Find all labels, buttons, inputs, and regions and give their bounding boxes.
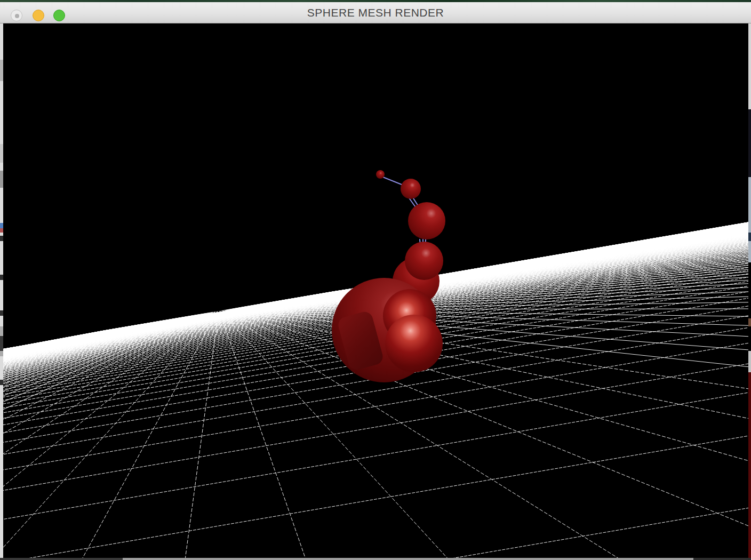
- left-sliver-fragment: [0, 223, 3, 228]
- right-sliver-segment: [748, 177, 751, 262]
- left-sliver-fragment: [0, 60, 3, 81]
- right-sliver-segment: [748, 262, 751, 318]
- left-sliver-fragment: [0, 310, 3, 316]
- neck-sphere-4: [405, 242, 443, 280]
- left-sliver-fragment: [0, 275, 3, 280]
- right-sliver-segment: [748, 23, 751, 109]
- bottom-sliver-segment: [123, 558, 693, 560]
- window-titlebar[interactable]: SPHERE MESH RENDER: [0, 2, 751, 23]
- background-window-left-sliver: [0, 23, 3, 558]
- left-sliver-fragment: [0, 171, 3, 188]
- body-lobe-lower: [385, 315, 443, 372]
- head-sphere: [376, 170, 385, 179]
- bottom-sliver-segment: [0, 558, 123, 560]
- right-sliver-segment: [748, 109, 751, 177]
- window-title: SPHERE MESH RENDER: [0, 2, 751, 23]
- background-window-right-sliver: [748, 23, 751, 560]
- left-sliver-fragment: [0, 336, 3, 351]
- left-sliver-fragment: [0, 144, 3, 163]
- bottom-sliver-segment: [693, 558, 751, 560]
- left-sliver-fragment: [0, 228, 3, 233]
- neck-sphere-2: [401, 179, 421, 199]
- right-sliver-segment: [748, 326, 751, 351]
- right-sliver-segment: [748, 372, 751, 560]
- screen: SPHERE MESH RENDER: [0, 0, 751, 560]
- left-sliver-fragment: [0, 380, 3, 385]
- neck-sphere-3: [408, 202, 445, 239]
- background-window-bottom-sliver: [0, 558, 751, 560]
- right-sliver-segment: [748, 233, 751, 241]
- right-sliver-segment: [748, 318, 751, 326]
- render-viewport[interactable]: [3, 23, 748, 558]
- right-sliver-segment: [748, 351, 751, 372]
- left-sliver-fragment: [0, 236, 3, 241]
